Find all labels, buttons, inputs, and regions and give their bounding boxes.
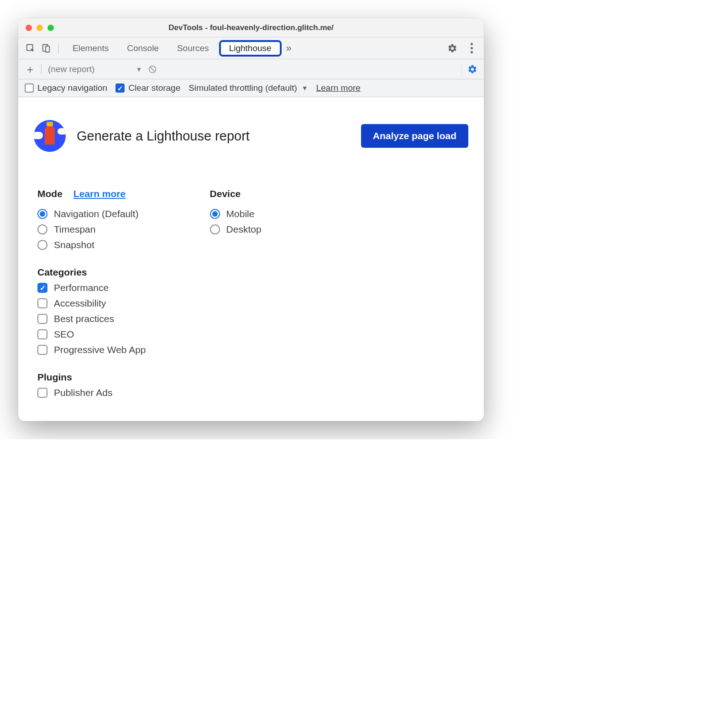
lighthouse-panel: Generate a Lighthouse report Analyze pag… — [18, 97, 484, 421]
report-selector-label: (new report) — [48, 64, 94, 74]
device-title: Device — [210, 188, 241, 199]
clear-disabled-icon — [147, 64, 157, 74]
throttling-selector[interactable]: Simulated throttling (default) ▼ — [189, 83, 308, 93]
tabs-overflow-icon[interactable]: » — [283, 42, 294, 54]
mode-option-snapshot[interactable]: Snapshot — [37, 239, 146, 250]
config-columns: Mode Learn more Navigation (Default) Tim… — [34, 188, 468, 403]
tab-elements[interactable]: Elements — [64, 41, 117, 56]
mode-learn-more-link[interactable]: Learn more — [73, 188, 126, 199]
devtools-tabs-row: Elements Console Sources Lighthouse » — [18, 37, 484, 59]
checkbox-label: Accessibility — [54, 298, 106, 309]
minimize-window-button[interactable] — [37, 25, 43, 31]
radio-label: Desktop — [226, 224, 262, 235]
category-pwa[interactable]: Progressive Web App — [37, 344, 146, 355]
checkbox-icon — [115, 83, 125, 93]
radio-icon — [37, 209, 47, 219]
checkbox-label: SEO — [54, 329, 74, 340]
window-controls — [26, 25, 54, 31]
lighthouse-options-strip: Legacy navigation Clear storage Simulate… — [18, 79, 484, 97]
right-column: Device Mobile Desktop — [210, 188, 262, 403]
clear-storage-checkbox[interactable]: Clear storage — [115, 83, 180, 93]
checkbox-label: Performance — [54, 282, 109, 293]
tab-lighthouse[interactable]: Lighthouse — [219, 40, 282, 57]
hero-row: Generate a Lighthouse report Analyze pag… — [34, 120, 468, 152]
checkbox-icon — [37, 329, 47, 339]
radio-label: Navigation (Default) — [54, 208, 139, 219]
close-window-button[interactable] — [26, 25, 32, 31]
chevron-down-icon: ▼ — [136, 66, 142, 73]
svg-rect-2 — [46, 46, 49, 52]
radio-label: Mobile — [226, 208, 255, 219]
plugins-title: Plugins — [37, 372, 146, 383]
checkbox-icon — [37, 388, 47, 398]
analyze-page-load-button[interactable]: Analyze page load — [361, 124, 468, 148]
throttling-label: Simulated throttling (default) — [189, 83, 297, 93]
lighthouse-logo-icon — [34, 120, 66, 152]
radio-icon — [210, 209, 220, 219]
mode-title: Mode — [37, 188, 63, 199]
plugin-publisher-ads[interactable]: Publisher Ads — [37, 387, 146, 398]
divider — [41, 64, 42, 74]
hero-title: Generate a Lighthouse report — [77, 129, 350, 144]
category-accessibility[interactable]: Accessibility — [37, 298, 146, 309]
clear-storage-label: Clear storage — [128, 83, 180, 93]
divider — [461, 64, 462, 74]
devtools-window: DevTools - foul-heavenly-direction.glitc… — [18, 18, 484, 421]
new-report-button[interactable]: ＋ — [25, 62, 36, 77]
inspect-element-icon[interactable] — [24, 42, 37, 55]
report-selector[interactable]: (new report) ▼ — [48, 64, 142, 74]
tab-console[interactable]: Console — [119, 41, 167, 56]
window-title: DevTools - foul-heavenly-direction.glitc… — [18, 23, 484, 32]
mode-option-navigation[interactable]: Navigation (Default) — [37, 208, 146, 219]
tab-sources[interactable]: Sources — [169, 41, 217, 56]
divider — [58, 43, 59, 53]
radio-label: Timespan — [54, 224, 95, 235]
maximize-window-button[interactable] — [47, 25, 54, 31]
device-toolbar-icon[interactable] — [39, 42, 53, 55]
device-option-desktop[interactable]: Desktop — [210, 224, 262, 235]
category-best-practices[interactable]: Best practices — [37, 313, 146, 324]
device-option-mobile[interactable]: Mobile — [210, 208, 262, 219]
legacy-navigation-checkbox[interactable]: Legacy navigation — [25, 83, 107, 93]
more-menu-icon[interactable] — [465, 42, 478, 55]
radio-icon — [37, 224, 47, 234]
lighthouse-settings-icon[interactable] — [467, 64, 477, 74]
radio-label: Snapshot — [54, 239, 94, 250]
mode-option-timespan[interactable]: Timespan — [37, 224, 146, 235]
radio-icon — [37, 240, 47, 250]
checkbox-icon — [25, 83, 34, 93]
category-performance[interactable]: Performance — [37, 282, 146, 293]
radio-icon — [210, 224, 220, 234]
checkbox-icon — [37, 298, 47, 308]
checkbox-icon — [37, 345, 47, 355]
categories-title: Categories — [37, 267, 146, 278]
left-column: Mode Learn more Navigation (Default) Tim… — [37, 188, 146, 403]
svg-line-4 — [150, 67, 155, 71]
lighthouse-toolbar: ＋ (new report) ▼ — [18, 59, 484, 79]
chevron-down-icon: ▼ — [302, 84, 308, 92]
category-seo[interactable]: SEO — [37, 329, 146, 340]
checkbox-label: Progressive Web App — [54, 344, 146, 355]
checkbox-label: Best practices — [54, 313, 114, 324]
legacy-navigation-label: Legacy navigation — [37, 83, 107, 93]
checkbox-icon — [37, 283, 47, 293]
settings-gear-icon[interactable] — [445, 42, 459, 55]
throttling-learn-more-link[interactable]: Learn more — [316, 83, 361, 93]
checkbox-icon — [37, 314, 47, 324]
checkbox-label: Publisher Ads — [54, 387, 112, 398]
titlebar: DevTools - foul-heavenly-direction.glitc… — [18, 18, 484, 37]
